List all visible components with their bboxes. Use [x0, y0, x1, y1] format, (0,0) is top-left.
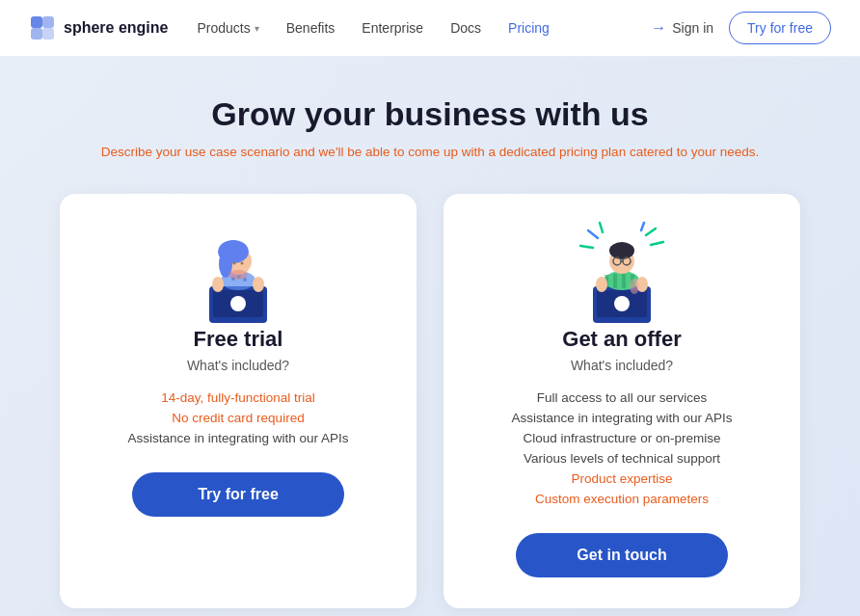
svg-rect-1 — [42, 16, 54, 28]
free-trial-illustration — [175, 221, 301, 327]
svg-line-21 — [641, 223, 644, 230]
nav-pricing[interactable]: Pricing — [508, 20, 550, 36]
sign-in-link[interactable]: → Sign in — [651, 19, 713, 37]
svg-point-40 — [630, 279, 639, 294]
hero-subtitle: Describe your use case scenario and we'l… — [29, 145, 831, 159]
svg-line-19 — [646, 228, 656, 235]
svg-point-16 — [212, 277, 224, 292]
feature-cloud: Cloud infrastructure or on-premise — [524, 431, 721, 445]
svg-point-14 — [233, 262, 236, 265]
feature-product-expertise: Product expertise — [571, 471, 672, 486]
logo[interactable]: sphere engine — [29, 14, 168, 41]
feature-custom-execution: Custom execution parameters — [535, 492, 709, 506]
svg-line-24 — [600, 223, 603, 232]
svg-point-27 — [614, 296, 630, 311]
svg-rect-3 — [42, 28, 54, 40]
free-trial-features: 14-day, fully-functional trial No credit… — [91, 390, 386, 445]
free-trial-subtitle: What's included? — [187, 358, 289, 373]
try-free-button[interactable]: Try for free — [729, 12, 831, 44]
main-content: Grow your business with us Describe your… — [0, 57, 860, 616]
pricing-cards: Free trial What's included? 14-day, full… — [29, 194, 831, 608]
logo-icon — [29, 14, 56, 41]
svg-point-38 — [596, 277, 607, 292]
feature-api-assist: Assistance in integrating with our APIs — [128, 431, 349, 445]
svg-rect-31 — [622, 274, 626, 288]
get-offer-title: Get an offer — [562, 327, 681, 352]
feature-no-cc: No credit card required — [172, 411, 304, 425]
try-for-free-button[interactable]: Try for free — [132, 472, 344, 517]
feature-api-integration: Assistance in integrating with our APIs — [512, 411, 733, 425]
get-offer-subtitle: What's included? — [571, 358, 673, 373]
svg-rect-2 — [31, 28, 42, 40]
chevron-down-icon: ▾ — [255, 23, 259, 34]
svg-point-6 — [230, 296, 246, 311]
get-offer-illustration — [559, 221, 685, 327]
svg-point-34 — [609, 242, 634, 259]
navbar: sphere engine Products ▾ Benefits Enterp… — [0, 0, 860, 57]
nav-actions: → Sign in Try for free — [651, 12, 831, 44]
nav-products[interactable]: Products ▾ — [197, 20, 258, 36]
svg-point-15 — [241, 262, 244, 265]
svg-rect-30 — [613, 274, 617, 288]
signin-icon: → — [651, 19, 666, 37]
free-trial-title: Free trial — [194, 327, 283, 352]
get-offer-card: Get an offer What's included? Full acces… — [443, 194, 800, 608]
feature-14day: 14-day, fully-functional trial — [161, 390, 315, 405]
svg-line-22 — [588, 230, 598, 238]
feature-full-access: Full access to all our services — [537, 390, 707, 405]
nav-links: Products ▾ Benefits Enterprise Docs Pric… — [197, 20, 651, 36]
get-in-touch-button[interactable]: Get in touch — [516, 533, 728, 577]
nav-enterprise[interactable]: Enterprise — [362, 20, 423, 36]
nav-benefits[interactable]: Benefits — [286, 20, 336, 36]
svg-rect-0 — [31, 16, 42, 28]
hero-title: Grow your business with us — [29, 95, 831, 133]
feature-support: Various levels of technical support — [524, 451, 720, 466]
get-offer-features: Full access to all our services Assistan… — [474, 390, 769, 506]
nav-docs[interactable]: Docs — [450, 20, 481, 36]
svg-point-18 — [228, 270, 248, 280]
svg-point-17 — [253, 277, 264, 292]
svg-line-23 — [580, 246, 593, 248]
logo-text: sphere engine — [64, 19, 168, 37]
svg-line-20 — [651, 242, 663, 245]
free-trial-card: Free trial What's included? 14-day, full… — [60, 194, 417, 608]
